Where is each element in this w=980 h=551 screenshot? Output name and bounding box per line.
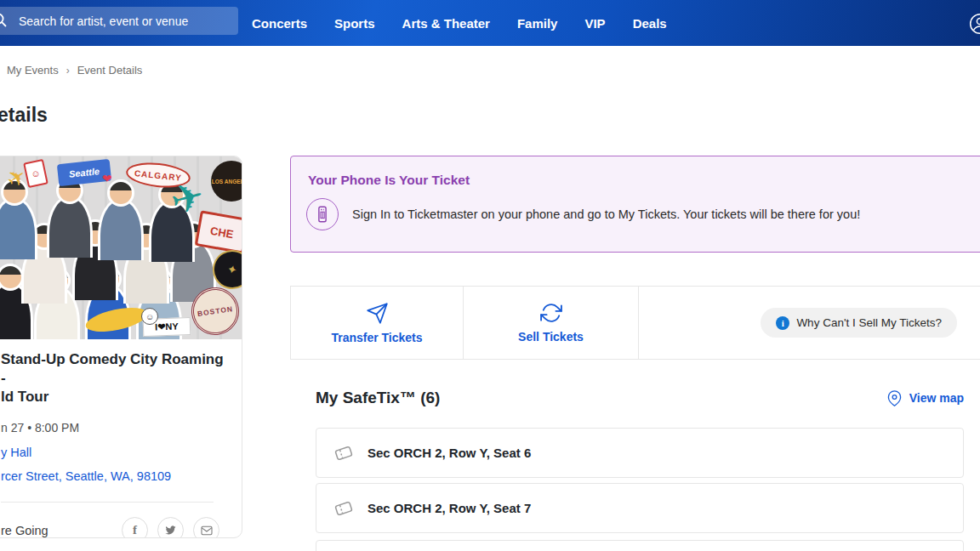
nav-item-sports[interactable]: Sports — [334, 16, 375, 31]
card-divider — [1, 502, 214, 503]
heart-icon: ❤ — [102, 172, 112, 185]
twitter-share-button[interactable] — [157, 517, 184, 538]
nav-item-arts-theater[interactable]: Arts & Theater — [402, 16, 490, 31]
map-pin-icon — [886, 389, 903, 407]
nav-item-family[interactable]: Family — [517, 16, 558, 31]
paper-plane-icon — [366, 302, 389, 325]
sell-tickets-button[interactable]: Sell Tickets — [464, 287, 639, 359]
event-image-collage: ✈ ☺ Seattle ❤ CALGARY LOS ANGELES ✈ CHE … — [0, 156, 242, 339]
ticket-row[interactable]: Sec ORCH 2, Row Y, Seat 7 — [316, 483, 964, 533]
going-label: re Going — [1, 524, 48, 537]
breadcrumb-my-events[interactable]: My Events — [7, 64, 59, 77]
nav-item-vip[interactable]: VIP — [584, 16, 605, 31]
email-share-button[interactable] — [193, 517, 219, 538]
person-silhouette — [98, 179, 144, 260]
person-silhouette — [47, 177, 93, 258]
safetix-heading: My SafeTix™ (6) — [316, 389, 440, 407]
event-title: Stand-Up Comedy City Roaming - ld Tour — [1, 350, 226, 406]
phone-icon — [306, 198, 339, 230]
search-placeholder: Search for artist, event or venue — [0, 14, 188, 28]
breadcrumb: My Events › Event Details — [7, 64, 142, 77]
search-input[interactable]: Search for artist, event or venue — [0, 7, 238, 35]
banner-title: Your Phone Is Your Ticket — [291, 156, 980, 188]
phone-ticket-banner: Your Phone Is Your Ticket Sign In to Tic… — [290, 156, 980, 253]
view-map-link[interactable]: View map — [886, 389, 964, 407]
transfer-tickets-button[interactable]: Transfer Tickets — [290, 287, 464, 359]
ticket-row[interactable] — [316, 540, 964, 551]
nav-item-deals[interactable]: Deals — [633, 16, 667, 31]
why-cant-sell-button[interactable]: i Why Can't I Sell My Tickets? — [761, 308, 957, 338]
top-navbar: Search for artist, event or venue Concer… — [0, 0, 980, 46]
account-icon[interactable] — [969, 13, 980, 35]
twitter-icon — [164, 524, 177, 537]
facebook-share-button[interactable]: f — [122, 517, 148, 538]
breadcrumb-separator: › — [66, 65, 70, 77]
facebook-icon: f — [133, 523, 137, 537]
ticket-icon — [333, 442, 355, 464]
page-title: etails — [0, 104, 48, 127]
sticker-doodle-face: ☺ — [141, 308, 158, 325]
sell-cycle-icon — [540, 302, 562, 324]
sticker-red: ☺ — [23, 159, 48, 188]
address-link[interactable]: rcer Street, Seattle, WA, 98109 — [1, 469, 226, 483]
sticker-los-angeles: LOS ANGELES — [211, 161, 242, 202]
main-nav: Concerts Sports Arts & Theater Family VI… — [252, 0, 667, 46]
ticket-action-bar: Transfer Tickets Sell Tickets i Why Can'… — [290, 286, 980, 360]
search-icon — [0, 12, 9, 29]
venue-link[interactable]: y Hall — [1, 446, 226, 459]
event-card: ✈ ☺ Seattle ❤ CALGARY LOS ANGELES ✈ CHE … — [0, 156, 242, 538]
envelope-icon — [200, 524, 214, 537]
event-datetime: n 27 • 8:00 PM — [1, 421, 226, 435]
nav-item-concerts[interactable]: Concerts — [252, 16, 307, 31]
ticket-icon — [333, 497, 355, 520]
banner-body: Sign In to Ticketmaster on your phone an… — [352, 207, 860, 221]
info-icon: i — [776, 316, 789, 330]
ticket-row[interactable]: Sec ORCH 2, Row Y, Seat 6 — [316, 428, 964, 478]
breadcrumb-event-details: Event Details — [77, 64, 143, 77]
